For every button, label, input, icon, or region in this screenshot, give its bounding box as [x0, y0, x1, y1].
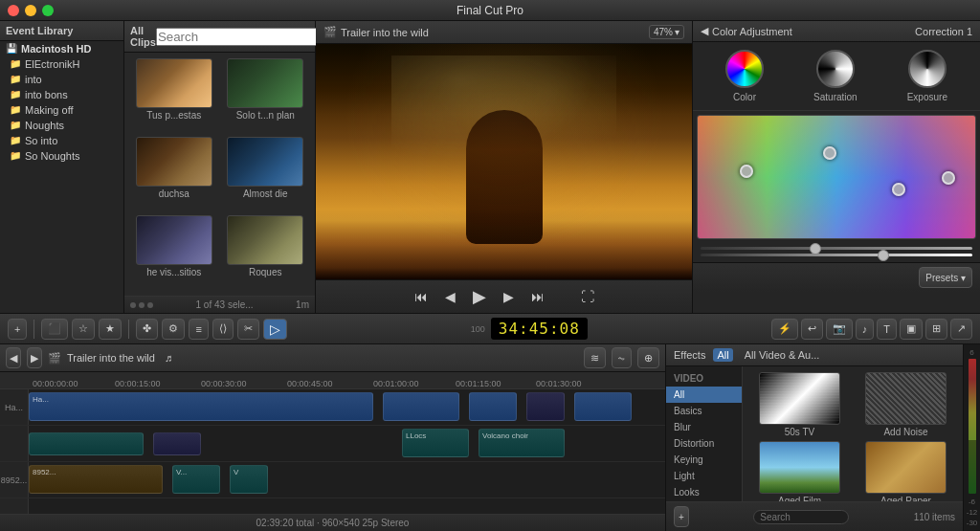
transport-play[interactable]: ▶	[469, 284, 490, 309]
clip-item-6[interactable]: Roques	[222, 215, 310, 290]
effect-cat-keying[interactable]: Keying	[666, 452, 742, 468]
effects-tab-all[interactable]: All	[713, 348, 732, 362]
clip-block-a4[interactable]: Volcano choir	[479, 429, 565, 457]
maximize-button[interactable]	[42, 5, 54, 16]
clip-block-1[interactable]: Ha...	[29, 392, 373, 421]
color-handle-1[interactable]	[740, 165, 753, 178]
effects-tab-video[interactable]: All Video & Au...	[741, 348, 824, 362]
clip-item-1[interactable]: Tus p...estas	[130, 58, 218, 133]
effect-cat-distortion[interactable]: Distortion	[666, 435, 742, 452]
effects-add-btn[interactable]: +	[674, 506, 689, 527]
toolbar-rt-2[interactable]: ↩	[801, 319, 823, 340]
slider-thumb-1[interactable]	[810, 243, 821, 254]
slider-thumb-2[interactable]	[878, 250, 889, 261]
toolbar-keyword[interactable]: ✤	[136, 319, 158, 340]
timeline-waveform-btn[interactable]: ⏦	[612, 347, 632, 368]
effect-item-50stv[interactable]: 50s TV	[748, 372, 851, 437]
preview-zoom-control[interactable]: 47% ▾	[649, 25, 684, 39]
clip-block-2[interactable]	[383, 392, 459, 421]
clip-block-5[interactable]	[574, 392, 632, 421]
timeline-audio-btn[interactable]: ≋	[584, 347, 606, 368]
toolbar-clip-connections[interactable]: ⟨⟩	[212, 319, 234, 340]
effect-cat-all[interactable]: All	[666, 387, 742, 403]
clips-search-input[interactable]	[156, 28, 322, 46]
toolbar-select[interactable]: ▷	[263, 319, 287, 340]
library-item-into-bons[interactable]: 📁 into bons	[0, 87, 123, 102]
timeline-back-btn[interactable]: ◀	[6, 347, 21, 368]
dot-2	[139, 302, 145, 308]
effects-sidebar: VIDEO All Basics Blur Distortion Keying …	[666, 366, 743, 501]
color-wheel[interactable]	[725, 50, 764, 88]
toolbar-rt-camera[interactable]: 📷	[826, 319, 853, 340]
clip-block-a3[interactable]: LLocs	[402, 429, 469, 457]
color-tool-exposure[interactable]: Exposure	[907, 50, 947, 102]
toolbar-add-button[interactable]: +	[8, 319, 27, 340]
color-back-button[interactable]: ◀	[701, 25, 708, 37]
color-tool-color[interactable]: Color	[725, 50, 764, 102]
effect-cat-light[interactable]: Light	[666, 468, 742, 484]
close-button[interactable]	[8, 5, 19, 16]
track-clips-3: 8952... V... V	[29, 462, 665, 498]
toolbar-view[interactable]: ≡	[189, 319, 208, 340]
chevron-down-icon: ▾	[675, 27, 679, 37]
timeline-zoom-btn[interactable]: ⊕	[637, 347, 659, 368]
transport-rewind[interactable]: ⏮	[411, 287, 432, 306]
clip-block-b3[interactable]: V	[230, 465, 268, 494]
effects-search-input[interactable]	[753, 510, 849, 524]
toolbar-rating-favorite[interactable]: ☆	[72, 319, 95, 340]
timeline-fwd-btn[interactable]: ▶	[27, 347, 42, 368]
clip-item-5[interactable]: he vis...sitios	[130, 215, 218, 290]
toolbar-rt-title[interactable]: T	[877, 319, 897, 340]
presets-button[interactable]: Presets ▾	[919, 267, 972, 288]
clip-item-2[interactable]: Solo t...n plan	[222, 58, 310, 133]
library-item-into[interactable]: 📁 into	[0, 72, 123, 87]
transport-step-back[interactable]: ◀	[441, 287, 459, 306]
clip-item-3[interactable]: duchsa	[130, 137, 218, 211]
transport-end[interactable]: ⏭	[527, 287, 548, 306]
clip-item-4[interactable]: Almost die	[222, 137, 310, 211]
library-item-making-off[interactable]: 📁 Making off	[0, 102, 123, 118]
transport-fullscreen[interactable]: ⛶	[577, 287, 598, 306]
toolbar-cut[interactable]: ✂	[237, 319, 259, 340]
color-handle-4[interactable]	[942, 171, 955, 185]
clip-block-a1[interactable]	[29, 432, 144, 455]
library-item-macintosh[interactable]: 💾 Macintosh HD	[0, 41, 123, 56]
transport-step-fwd[interactable]: ▶	[500, 287, 518, 306]
color-tool-saturation[interactable]: Saturation	[813, 50, 858, 102]
toolbar-rating-reject[interactable]: ★	[99, 319, 122, 340]
clip-block-b1[interactable]: 8952...	[29, 465, 163, 494]
clip-block-b2[interactable]: V...	[172, 465, 220, 494]
toolbar-rating-none[interactable]: ⬛	[41, 319, 68, 340]
minimize-button[interactable]	[25, 5, 36, 16]
saturation-wheel[interactable]	[816, 50, 855, 88]
clip-block-4[interactable]	[526, 392, 565, 421]
preview-title-text: Trailer into the wild	[341, 27, 429, 38]
library-item-noughts[interactable]: 📁 Noughts	[0, 118, 123, 133]
toolbar-rt-1[interactable]: ⚡	[771, 319, 798, 340]
timeline-info: 02:39:20 total · 960×540 25p Stereo	[256, 518, 410, 528]
toolbar-right: ⚡ ↩ 📷 ♪ T ▣ ⊞ ↗	[771, 319, 972, 340]
library-item-so-noughts[interactable]: 📁 So Noughts	[0, 148, 123, 164]
effect-item-agedpaper[interactable]: Aged Paper	[855, 441, 957, 501]
exposure-wheel[interactable]	[908, 50, 947, 88]
clip-block-3[interactable]	[469, 392, 517, 421]
effect-item-addnoise[interactable]: Add Noise	[855, 372, 957, 437]
clips-grid: Tus p...estas Solo t...n plan duchsa Alm…	[124, 53, 315, 296]
toolbar-rt-audio[interactable]: ♪	[856, 319, 875, 340]
clip-block-a2[interactable]	[153, 432, 201, 455]
slider-track-2[interactable]	[701, 254, 972, 256]
color-board[interactable]	[697, 115, 976, 239]
toolbar-rt-gen[interactable]: ▣	[900, 319, 923, 340]
library-item-so-into[interactable]: 📁 So into	[0, 133, 123, 148]
toolbar-settings[interactable]: ⚙	[162, 319, 185, 340]
toolbar-rt-trans[interactable]: ⊞	[925, 319, 947, 340]
slider-track-1[interactable]	[701, 247, 972, 250]
effect-item-agedfilm[interactable]: Aged Film	[748, 441, 851, 501]
color-handle-2[interactable]	[823, 146, 836, 160]
toolbar-rt-share[interactable]: ↗	[950, 319, 972, 340]
effect-cat-looks[interactable]: Looks	[666, 484, 742, 500]
film-reel-icon: 🎬	[323, 26, 337, 38]
effect-cat-basics[interactable]: Basics	[666, 403, 742, 419]
effect-cat-blur[interactable]: Blur	[666, 419, 742, 435]
library-item-electronikH[interactable]: 📁 ElEctronikH	[0, 56, 123, 72]
